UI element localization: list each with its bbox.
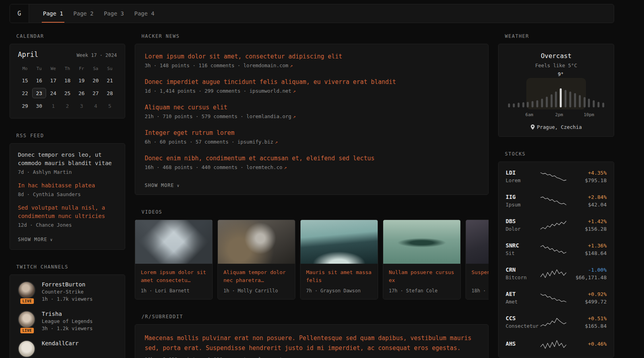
- rss-meta: 7d · Ashlyn Martin: [18, 169, 117, 175]
- tab-page-3[interactable]: Page 3: [99, 4, 129, 23]
- calendar-day[interactable]: 18: [60, 75, 75, 86]
- calendar-day[interactable]: 24: [46, 88, 60, 98]
- stock-row[interactable]: SNRCSit +1.36%$148.64: [506, 237, 607, 261]
- calendar-day[interactable]: 30: [32, 101, 47, 111]
- video-card[interactable]: Nullam posuere cursus ex 17h · Stefan Co…: [383, 220, 461, 300]
- calendar-month: April: [18, 51, 38, 58]
- calendar-day[interactable]: 19: [74, 75, 89, 86]
- twitch-channel[interactable]: LIVE Trisha League of Legends 3h · 1.2k …: [18, 311, 117, 331]
- hn-link[interactable]: Integer eget rutrum lorem: [145, 129, 479, 136]
- weather-bar: [527, 102, 529, 107]
- videos-widget: VIDEOS Lorem ipsum dolor sit amet consec…: [135, 209, 489, 300]
- calendar-day[interactable]: 25: [60, 88, 75, 98]
- hn-show-more-button[interactable]: SHOW MORE ∨: [145, 183, 180, 188]
- tab-page-2[interactable]: Page 2: [68, 4, 99, 23]
- stock-price: $66,171.48: [568, 274, 607, 280]
- stock-row[interactable]: AETAmet +0.92%$499.72: [506, 286, 607, 310]
- stock-ticker: IIG: [506, 194, 540, 200]
- stock-sparkline: [540, 220, 567, 230]
- weather-temp-label: 9°: [558, 72, 563, 77]
- calendar-day-selected[interactable]: 23: [32, 88, 47, 98]
- hn-link[interactable]: Donec imperdiet augue tincidunt felis al…: [145, 78, 479, 86]
- external-link-icon[interactable]: ↗: [284, 165, 287, 170]
- weather-bar: [588, 99, 590, 107]
- time-label: 2pm: [555, 112, 563, 117]
- calendar-day[interactable]: 2: [60, 101, 75, 111]
- external-link-icon[interactable]: ↗: [290, 63, 293, 68]
- stock-sparkline: [540, 317, 567, 327]
- calendar-card: April Week 17 · 2024 Mo Tu We Th Fr Sa S…: [10, 44, 125, 119]
- twitch-channel[interactable]: LIVE ForrestBurton Counter-Strike 1h · 1…: [18, 281, 117, 302]
- weather-bar: [569, 91, 571, 107]
- calendar-day[interactable]: 20: [89, 75, 103, 86]
- tab-page-4[interactable]: Page 4: [129, 4, 160, 23]
- calendar-day[interactable]: 22: [18, 88, 32, 98]
- section-title-subreddit: /R/SUBREDDIT: [142, 314, 489, 319]
- calendar-day[interactable]: 27: [89, 88, 103, 98]
- day-header: Tu: [32, 65, 47, 73]
- calendar-day[interactable]: 4: [89, 101, 103, 111]
- hn-item: Lorem ipsum dolor sit amet, consectetur …: [145, 53, 479, 68]
- page-tabs: Page 1 Page 2 Page 3 Page 4: [38, 4, 159, 23]
- twitch-channel[interactable]: KendallCarr: [18, 340, 117, 358]
- calendar-day[interactable]: 29: [18, 101, 32, 111]
- hn-link[interactable]: Aliquam nec cursus elit: [145, 104, 479, 111]
- calendar-day[interactable]: 1: [46, 101, 60, 111]
- hn-meta-text: 3h · 148 points · 116 comments · loremdo…: [145, 62, 288, 68]
- external-link-icon[interactable]: ↗: [293, 114, 296, 119]
- external-link-icon[interactable]: ↗: [275, 139, 278, 145]
- stock-row[interactable]: IIGIpsum +2.84%$42.04: [506, 189, 607, 213]
- calendar-day[interactable]: 16: [32, 75, 47, 86]
- live-badge: LIVE: [20, 298, 34, 304]
- hn-meta-text: 16h · 468 points · 440 comments · loremt…: [145, 164, 282, 170]
- weather-bar: [551, 94, 553, 107]
- calendar-day[interactable]: 3: [74, 101, 89, 111]
- hn-link[interactable]: Donec enim nibh, condimentum et accumsan…: [145, 155, 479, 162]
- stock-name: Consectetur: [506, 323, 540, 329]
- rss-link[interactable]: In hac habitasse platea: [18, 181, 117, 190]
- video-card[interactable]: Suspendisse diam 18h · Tara: [466, 220, 489, 300]
- channel-name: Trisha: [42, 311, 93, 317]
- section-title-twitch: TWITCH CHANNELS: [16, 264, 125, 270]
- video-thumbnail: [466, 220, 489, 264]
- weather-bar: [513, 103, 515, 107]
- calendar-day[interactable]: 26: [74, 88, 89, 98]
- calendar-day[interactable]: 15: [18, 75, 32, 86]
- video-card[interactable]: Mauris sit amet massa felis 7h · Grayson…: [300, 220, 378, 300]
- rss-show-more-button[interactable]: SHOW MORE ∨: [18, 237, 53, 242]
- channel-category: Counter-Strike: [42, 289, 93, 295]
- stock-change: +1.36%: [568, 243, 607, 249]
- stock-row[interactable]: LDILorem +4.35%$795.18: [506, 164, 607, 189]
- calendar-day[interactable]: 28: [103, 88, 117, 98]
- calendar-day[interactable]: 17: [46, 75, 60, 86]
- avatar: [18, 340, 35, 358]
- hn-link[interactable]: Lorem ipsum dolor sit amet, consectetur …: [145, 53, 479, 60]
- stock-row[interactable]: CRNBitcorn -1.00%$66,171.48: [506, 261, 607, 286]
- rss-link[interactable]: Donec tempor eros leo, ut commodo mauris…: [18, 151, 117, 167]
- video-title: Mauris sit amet massa felis: [306, 268, 372, 284]
- stock-price: $148.64: [568, 250, 607, 256]
- hn-meta-text: 1d · 1,414 points · 299 comments · ipsum…: [145, 88, 291, 94]
- stock-row[interactable]: DBSDolor +1.42%$156.28: [506, 213, 607, 237]
- section-title-videos: VIDEOS: [142, 209, 489, 215]
- stock-row[interactable]: CCSConsectetur +0.51%$165.84: [506, 310, 607, 334]
- stock-price: $795.18: [568, 177, 607, 183]
- tab-page-1[interactable]: Page 1: [38, 4, 68, 23]
- stock-sparkline: [540, 171, 567, 182]
- logo[interactable]: G: [10, 4, 29, 23]
- rss-link[interactable]: Sed volutpat nulla nisl, a condimentum n…: [18, 204, 117, 220]
- hn-meta: 1d · 1,414 points · 299 comments · ipsum…: [145, 88, 479, 94]
- rss-item: Sed volutpat nulla nisl, a condimentum n…: [18, 204, 117, 228]
- video-card[interactable]: Lorem ipsum dolor sit amet consectetu… 1…: [135, 220, 213, 300]
- calendar-day[interactable]: 5: [103, 101, 117, 111]
- external-link-icon[interactable]: ↗: [296, 357, 299, 358]
- weather-bar: [564, 90, 566, 107]
- weather-widget: WEATHER Overcast Feels like 5°C 9° 6am 2…: [498, 33, 614, 137]
- subreddit-post-link[interactable]: Maecenas mollis pulvinar erat non posuer…: [145, 333, 479, 353]
- stock-price: $42.04: [568, 202, 607, 208]
- external-link-icon[interactable]: ↗: [293, 88, 296, 94]
- calendar-day[interactable]: 21: [103, 75, 117, 86]
- weather-location: Prague, Czechia: [506, 124, 606, 130]
- video-card[interactable]: Aliquam tempor dolor nec pharetra… 1h · …: [217, 220, 295, 300]
- stock-row[interactable]: AHS +0.46%: [506, 334, 607, 355]
